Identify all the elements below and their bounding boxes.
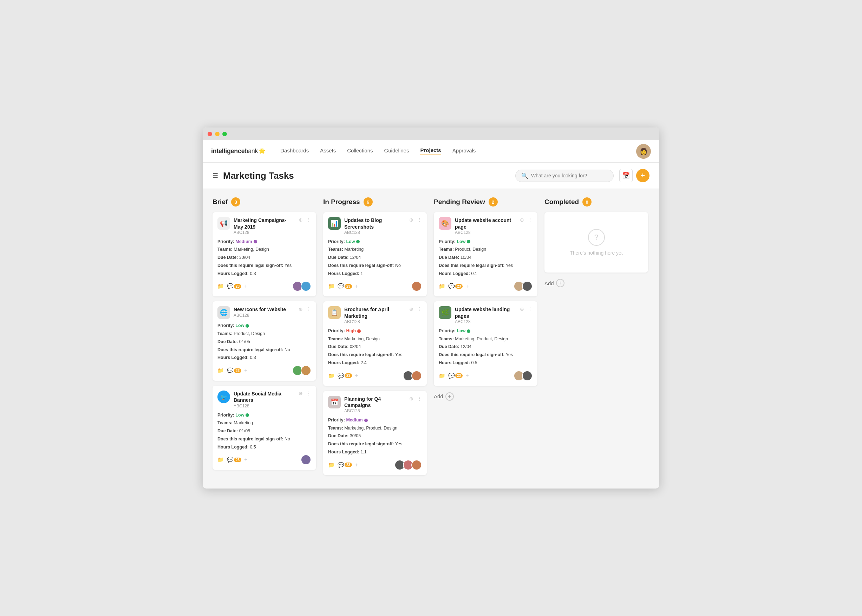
close-dot[interactable] — [208, 132, 212, 136]
drag-icon[interactable]: ⊕ — [409, 306, 414, 312]
comment-wrap: 💬 23 — [227, 367, 241, 374]
teams-field: Teams: Marketing, Design — [328, 336, 422, 343]
due-date-field: Due Date: 10/04 — [439, 254, 533, 261]
footer-avatars — [405, 371, 422, 381]
card-footer: 📁 💬 23 + — [217, 365, 311, 376]
comment-icon[interactable]: 💬 — [227, 367, 234, 374]
card-code: ABC128 — [344, 319, 406, 324]
card-icon-twitter: 🐦 — [217, 391, 230, 403]
add-person-icon[interactable]: + — [466, 372, 469, 379]
drag-icon[interactable]: ⊕ — [520, 306, 524, 312]
comment-badge: 23 — [344, 462, 352, 467]
card-footer: 📁 💬 23 + — [328, 371, 422, 381]
hours-field: Hours Logged: 0.1 — [439, 270, 533, 277]
comment-icon[interactable]: 💬 — [338, 462, 344, 468]
card-title: New Icons for Website — [234, 306, 295, 313]
due-date-field: Due Date: 01/05 — [217, 428, 311, 434]
drag-icon[interactable]: ⊕ — [520, 217, 524, 223]
footer-avatars — [396, 460, 422, 470]
nav-approvals[interactable]: Approvals — [452, 148, 476, 155]
column-brief: Brief 3 📢 Marketing Campaigns-May 2019 A… — [212, 197, 316, 475]
folder-icon[interactable]: 📁 — [217, 367, 224, 374]
nav-projects[interactable]: Projects — [420, 147, 441, 155]
drag-icon[interactable]: ⊕ — [299, 391, 303, 396]
card-icon-landing: 🌿 — [439, 306, 451, 319]
hamburger-icon[interactable]: ☰ — [212, 172, 218, 179]
add-person-icon[interactable]: + — [244, 457, 247, 463]
col-title-brief: Brief — [212, 198, 228, 206]
comment-wrap: 💬 23 — [227, 457, 241, 463]
folder-icon[interactable]: 📁 — [217, 283, 224, 289]
maximize-dot[interactable] — [222, 132, 227, 136]
add-card-pending[interactable]: Add + — [434, 391, 538, 402]
add-person-icon[interactable]: + — [244, 367, 247, 374]
add-card-completed[interactable]: Add + — [544, 277, 648, 289]
more-icon[interactable]: ⋮ — [417, 306, 422, 312]
nav-guidelines[interactable]: Guidelines — [384, 148, 409, 155]
add-person-icon[interactable]: + — [355, 283, 358, 289]
card-footer: 📁 💬 23 + — [439, 281, 533, 291]
nav-assets[interactable]: Assets — [320, 148, 336, 155]
comment-wrap: 💬 23 — [338, 462, 352, 468]
comment-icon[interactable]: 💬 — [448, 283, 455, 289]
footer-avatars — [414, 281, 422, 291]
avatar-2 — [522, 371, 533, 381]
search-bar[interactable]: 🔍 — [515, 170, 613, 182]
add-person-icon[interactable]: + — [355, 372, 358, 379]
legal-field: Does this require legal sign-off: Yes — [217, 262, 311, 269]
drag-icon[interactable]: ⊕ — [299, 306, 303, 312]
more-icon[interactable]: ⋮ — [528, 217, 533, 223]
more-icon[interactable]: ⋮ — [528, 306, 533, 312]
minimize-dot[interactable] — [215, 132, 220, 136]
more-icon[interactable]: ⋮ — [417, 217, 422, 223]
drag-icon[interactable]: ⊕ — [299, 217, 303, 223]
hours-field: Hours Logged: 2.4 — [328, 360, 422, 366]
legal-field: Does this require legal sign-off: Yes — [328, 352, 422, 358]
comment-badge: 23 — [234, 457, 241, 462]
col-title-in-progress: In Progress — [323, 198, 360, 206]
nav-collections[interactable]: Collections — [347, 148, 373, 155]
comment-wrap: 💬 23 — [448, 283, 462, 289]
card-footer: 📁 💬 23 + — [217, 281, 311, 291]
folder-icon[interactable]: 📁 — [217, 457, 224, 463]
drag-icon[interactable]: ⊕ — [409, 217, 414, 223]
nav-dashboards[interactable]: Dashboards — [280, 148, 309, 155]
comment-icon[interactable]: 💬 — [448, 372, 455, 379]
priority-field: Priority: Low — [439, 239, 533, 245]
add-person-icon[interactable]: + — [466, 283, 469, 289]
more-icon[interactable]: ⋮ — [306, 306, 311, 312]
drag-icon[interactable]: ⊕ — [409, 396, 414, 401]
calendar-button[interactable]: 📅 — [619, 169, 632, 182]
folder-icon[interactable]: 📁 — [328, 283, 335, 289]
page-header: ☰ Marketing Tasks 🔍 📅 + — [203, 163, 659, 189]
card-planning-q4: 📅 Planning for Q4 Campaigns ABC128 ⊕ ⋮ P… — [323, 391, 427, 475]
priority-field: Priority: Medium — [328, 417, 422, 424]
user-avatar[interactable]: 👩 — [636, 144, 651, 159]
folder-icon[interactable]: 📁 — [439, 372, 445, 379]
more-icon[interactable]: ⋮ — [306, 217, 311, 223]
avatar-2 — [522, 281, 533, 291]
comment-icon[interactable]: 💬 — [338, 372, 344, 379]
comment-badge: 23 — [234, 284, 241, 289]
add-button[interactable]: + — [636, 169, 650, 182]
add-circle-icon[interactable]: + — [445, 392, 454, 401]
more-icon[interactable]: ⋮ — [306, 391, 311, 396]
more-icon[interactable]: ⋮ — [417, 396, 422, 401]
due-date-field: Due Date: 01/05 — [217, 339, 311, 345]
comment-wrap: 💬 23 — [448, 372, 462, 379]
add-person-icon[interactable]: + — [355, 462, 358, 468]
folder-icon[interactable]: 📁 — [439, 283, 445, 289]
search-input[interactable] — [531, 173, 608, 178]
add-circle-icon[interactable]: + — [556, 279, 565, 287]
empty-completed: ? There's nothing here yet — [544, 212, 648, 272]
add-person-icon[interactable]: + — [244, 283, 247, 289]
comment-icon[interactable]: 💬 — [227, 283, 234, 289]
avatar-2 — [301, 281, 311, 291]
card-landing-pages: 🌿 Update website landing pages ABC128 ⊕ … — [434, 301, 538, 386]
logo: intelligencebank 🌟 — [211, 148, 266, 155]
card-blog-screenshots: 📊 Updates to Blog Screenshots ABC128 ⊕ ⋮… — [323, 212, 427, 296]
folder-icon[interactable]: 📁 — [328, 462, 335, 468]
folder-icon[interactable]: 📁 — [328, 372, 335, 379]
comment-icon[interactable]: 💬 — [227, 457, 234, 463]
comment-icon[interactable]: 💬 — [338, 283, 344, 289]
